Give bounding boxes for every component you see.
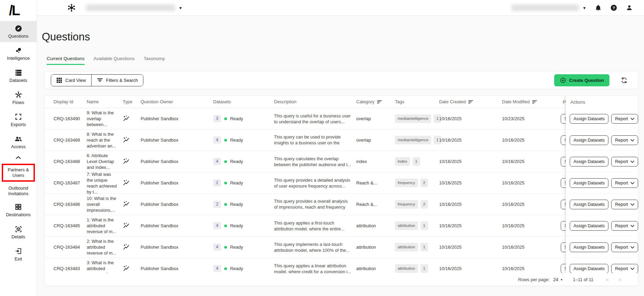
sidebar-item-details[interactable]: Details: [0, 222, 37, 243]
sidebar-item-label: Destinations: [6, 212, 31, 218]
cell-tags: attribution 1: [395, 264, 439, 273]
notifications-bell-icon[interactable]: [595, 4, 602, 11]
assign-datasets-button[interactable]: Assign Datasets: [570, 264, 608, 274]
table-toolbar: Card View Filters & Search Create Questi…: [44, 71, 638, 89]
column-header-id: Display Id: [45, 99, 87, 104]
auto-graph-icon: [123, 158, 136, 165]
report-dropdown-button[interactable]: Report: [611, 114, 638, 124]
assign-datasets-button[interactable]: Assign Datasets: [570, 135, 608, 145]
table-row[interactable]: CRQ-163489 8: What is the reach at the a…: [45, 130, 638, 151]
rows-per-page-select[interactable]: 24▾: [553, 277, 562, 282]
tag-chip: frequency: [395, 200, 418, 209]
sidebar-item-flows[interactable]: Flows: [0, 87, 37, 108]
sort-icon[interactable]: [377, 100, 382, 104]
workspace-name-redacted[interactable]: [86, 4, 175, 11]
table-row[interactable]: CRQ-163485 1: What is the attributed rev…: [45, 215, 638, 237]
next-page-icon[interactable]: >: [616, 277, 624, 283]
assign-datasets-button[interactable]: Assign Datasets: [570, 114, 608, 124]
hive-icon: [67, 3, 76, 13]
status-label: Ready: [230, 116, 243, 122]
cell-clipped-column: S Assign Datasets Report ⋯: [565, 237, 638, 258]
column-header-cat[interactable]: Category: [356, 99, 395, 104]
cell-question-owner: Publisher Sandbox: [141, 116, 213, 122]
status-dot: [224, 203, 227, 206]
sidebar-item-datasets[interactable]: Datasets: [0, 65, 37, 86]
status-label: Ready: [230, 244, 243, 250]
sidebar-item-partners-users[interactable]: Partners & Users: [2, 164, 35, 182]
filters-search-button[interactable]: Filters & Search: [91, 75, 143, 86]
tab-current-questions[interactable]: Current Questions: [47, 56, 85, 65]
status-label: Ready: [230, 137, 243, 143]
user-profile-icon[interactable]: [626, 4, 633, 11]
assign-datasets-button[interactable]: Assign Datasets: [570, 242, 608, 252]
row-actions-panel: Assign Datasets Report ⋯: [566, 108, 638, 130]
flows-icon: [14, 90, 22, 99]
assign-datasets-button[interactable]: Assign Datasets: [570, 221, 608, 231]
help-icon[interactable]: ?: [610, 4, 617, 11]
report-dropdown-button[interactable]: Report: [611, 221, 638, 231]
cell-datasets: 3 Ready: [213, 115, 274, 122]
cell-question-owner: Publisher Sandbox: [141, 244, 213, 250]
cell-date-created: 10/16/2025: [439, 266, 502, 271]
cell-category: overlap: [356, 137, 395, 143]
tag-chip: attribution: [395, 264, 418, 273]
sort-icon[interactable]: [532, 100, 537, 104]
chevron-down-icon[interactable]: ▼: [583, 6, 586, 10]
tab-taxonomy[interactable]: Taxonomy: [144, 56, 165, 65]
table-row[interactable]: CRQ-163483 3: What is the attributed rev…: [45, 258, 638, 274]
sidebar-item-outbound-invitations[interactable]: Outbound Invitations: [0, 183, 37, 199]
exit-icon: [14, 247, 22, 255]
tag-count-chip: 2: [420, 179, 428, 187]
sidebar-item-exports[interactable]: Exports: [0, 109, 37, 131]
datasets-count-badge: 3: [213, 115, 221, 122]
assign-datasets-button[interactable]: Assign Datasets: [570, 200, 608, 209]
column-header-created[interactable]: Date Created: [439, 99, 502, 104]
report-dropdown-button[interactable]: Report: [611, 135, 638, 145]
cell-question-owner: Publisher Sandbox: [141, 137, 213, 143]
table-row[interactable]: CRQ-163484 2: What is the attributed rev…: [45, 237, 638, 258]
cell-clipped-column: S Assign Datasets Report ⋯: [565, 108, 638, 129]
sidebar-item-destinations[interactable]: Destinations: [0, 200, 37, 221]
table-row[interactable]: CRQ-163490 9: What is the overlap betwee…: [45, 108, 638, 130]
assign-datasets-button[interactable]: Assign Datasets: [570, 178, 608, 188]
tag-count-chip: 1: [413, 157, 420, 166]
report-dropdown-button[interactable]: Report: [611, 178, 638, 188]
chevron-down-icon[interactable]: ▼: [179, 6, 182, 10]
table-row[interactable]: CRQ-163487 7: What was the unique reach …: [45, 172, 638, 194]
sidebar-item-access[interactable]: Access: [0, 132, 37, 153]
sort-icon[interactable]: [468, 100, 473, 104]
account-name-redacted[interactable]: [511, 4, 579, 11]
report-dropdown-button[interactable]: Report: [611, 200, 638, 209]
cell-datasets: 4 Ready: [213, 136, 274, 144]
row-actions-panel: Assign Datasets Report ⋯: [566, 258, 638, 274]
cell-type: [123, 265, 141, 272]
tab-available-questions[interactable]: Available Questions: [94, 56, 135, 65]
assign-datasets-button[interactable]: Assign Datasets: [570, 157, 608, 166]
sidebar-item-collapse[interactable]: [0, 153, 37, 162]
refresh-icon[interactable]: [621, 77, 628, 84]
card-view-button[interactable]: Card View: [51, 75, 91, 86]
status-label: Ready: [230, 159, 243, 164]
sidebar-item-label: Questions: [8, 34, 29, 39]
report-dropdown-button[interactable]: Report: [611, 157, 638, 166]
cell-date-created: 10/16/2025: [439, 244, 502, 250]
auto-graph-icon: [123, 244, 136, 251]
previous-page-icon[interactable]: <: [604, 277, 611, 283]
create-question-button[interactable]: Create Question: [554, 74, 609, 86]
report-dropdown-button[interactable]: Report: [611, 242, 638, 252]
cell-description: This query provides a detailed analysis …: [274, 177, 356, 189]
table-row[interactable]: CRQ-163486 10: What is the overall impre…: [45, 194, 638, 215]
cell-category: attribution: [356, 266, 395, 271]
report-dropdown-button[interactable]: Report: [611, 264, 638, 274]
sidebar-item-exit[interactable]: Exit: [0, 244, 37, 265]
sidebar-item-questions[interactable]: Questions: [0, 21, 37, 42]
sidebar-item-label: Flows: [12, 100, 24, 105]
column-header-name: Name: [87, 99, 123, 104]
cell-clipped-column: S Assign Datasets Report ⋯: [565, 130, 638, 151]
cell-type: [123, 158, 141, 165]
column-header-modified[interactable]: Date Modified: [502, 99, 565, 104]
cell-date-created: 10/16/2025: [439, 159, 502, 164]
sidebar-item-label: Access: [11, 144, 26, 150]
table-row[interactable]: CRQ-163488 6: Attribute Level Overlap an…: [45, 151, 638, 172]
sidebar-item-intelligence[interactable]: Intelligence: [0, 43, 37, 64]
